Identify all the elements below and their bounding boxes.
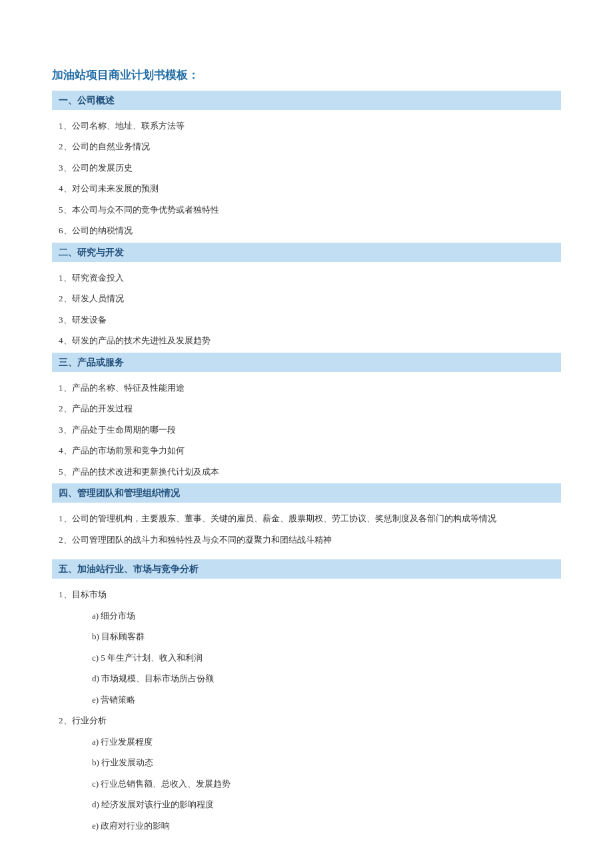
list-item: 2、公司的自然业务情况 <box>52 136 561 157</box>
section-header-2: 二、研究与开发 <box>52 243 561 262</box>
section-1: 一、公司概述 1、公司名称、地址、联系方法等 2、公司的自然业务情况 3、公司的… <box>52 91 561 241</box>
sub-item: e) 政府对行业的影响 <box>52 815 561 837</box>
list-item: 6、公司的纳税情况 <box>52 220 561 241</box>
sub-item: b) 行业发展动态 <box>52 752 561 773</box>
spacer <box>52 550 561 558</box>
list-item: 3、公司的发展历史 <box>52 157 561 179</box>
sub-item: c) 行业总销售额、总收入、发展趋势 <box>52 773 561 795</box>
group-label: 2、行业分析 <box>52 710 561 731</box>
list-item: 1、产品的名称、特征及性能用途 <box>52 377 561 399</box>
sub-item: c) 5 年生产计划、收入和利润 <box>52 647 561 669</box>
section-header-1: 一、公司概述 <box>52 91 561 110</box>
sub-item: b) 目标顾客群 <box>52 626 561 647</box>
list-item: 3、产品处于生命周期的哪一段 <box>52 419 561 441</box>
section-header-5: 五、加油站行业、市场与竞争分析 <box>52 559 561 579</box>
sub-item: e) 营销策略 <box>52 689 561 711</box>
list-item: 4、研发的产品的技术先进性及发展趋势 <box>52 330 561 351</box>
sub-item: a) 行业发展程度 <box>52 731 561 753</box>
section-5: 五、加油站行业、市场与竞争分析 1、目标市场 a) 细分市场 b) 目标顾客群 … <box>52 559 561 836</box>
list-item: 4、产品的市场前景和竞争力如何 <box>52 440 561 461</box>
list-item: 2、产品的开发过程 <box>52 398 561 419</box>
list-item: 1、公司的管理机构，主要股东、董事、关键的雇员、薪金、股票期权、劳工协议、奖惩制… <box>52 508 561 529</box>
section-header-3: 三、产品或服务 <box>52 353 561 372</box>
section-header-4: 四、管理团队和管理组织情况 <box>52 483 561 503</box>
list-item: 1、公司名称、地址、联系方法等 <box>52 115 561 137</box>
section-2: 二、研究与开发 1、研究资金投入 2、研发人员情况 3、研发设备 4、研发的产品… <box>52 243 561 351</box>
sub-item: d) 经济发展对该行业的影响程度 <box>52 794 561 815</box>
list-item: 3、研发设备 <box>52 309 561 331</box>
list-item: 2、研发人员情况 <box>52 288 561 309</box>
list-item: 5、本公司与众不同的竞争优势或者独特性 <box>52 199 561 221</box>
list-item: 2、公司管理团队的战斗力和独特性及与众不同的凝聚力和团结战斗精神 <box>52 529 561 551</box>
document-title: 加油站项目商业计划书模板： <box>52 67 561 84</box>
sub-item: d) 市场规模、目标市场所占份额 <box>52 668 561 689</box>
list-item: 4、对公司未来发展的预测 <box>52 178 561 199</box>
sub-item: a) 细分市场 <box>52 605 561 627</box>
section-4: 四、管理团队和管理组织情况 1、公司的管理机构，主要股东、董事、关键的雇员、薪金… <box>52 483 561 550</box>
group-label: 1、目标市场 <box>52 584 561 605</box>
list-item: 5、产品的技术改进和更新换代计划及成本 <box>52 461 561 483</box>
list-item: 1、研究资金投入 <box>52 267 561 289</box>
section-3: 三、产品或服务 1、产品的名称、特征及性能用途 2、产品的开发过程 3、产品处于… <box>52 353 561 483</box>
